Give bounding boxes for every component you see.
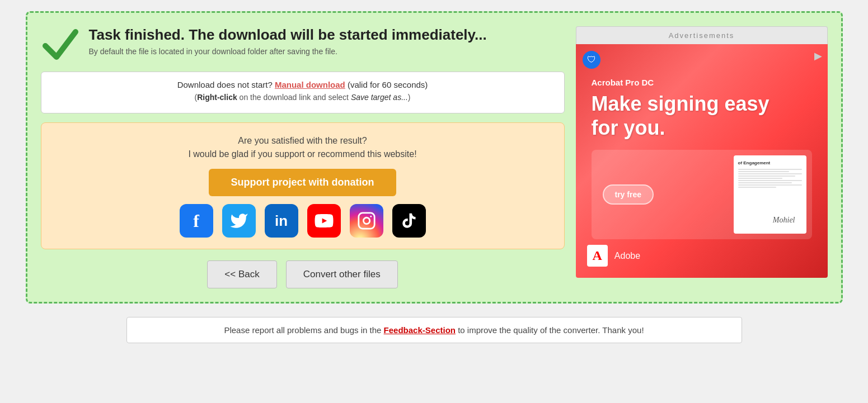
ad-signature: Mohiel	[773, 215, 795, 226]
svg-rect-1	[358, 213, 374, 229]
right-click-note: (Right-click on the download link and se…	[53, 93, 553, 102]
right-click-label: Right-click	[197, 93, 237, 102]
footer-text-after: to improve the quality of the converter.…	[456, 325, 644, 335]
ad-document-inner: of Engagement Mohiel	[734, 155, 806, 234]
action-buttons: << Back Convert other files	[41, 260, 565, 288]
feedback-section-link[interactable]: Feedback-Section	[384, 325, 456, 335]
convert-other-files-button[interactable]: Convert other files	[286, 260, 398, 288]
twitter-icon[interactable]	[222, 204, 256, 238]
save-target-text: Save target as...	[351, 93, 408, 102]
download-prompt: Download does not start? Manual download…	[53, 80, 553, 89]
ad-section: Advertisements 🛡 ▶ Acrobat Pro DC Make s…	[576, 26, 828, 288]
donate-button[interactable]: Support project with donation	[209, 169, 397, 196]
left-section: Task finished. The download will be star…	[41, 26, 565, 288]
ad-document-preview: try free of Engagement	[592, 150, 812, 239]
ad-brand: Acrobat Pro DC Make signing easy for you…	[587, 55, 817, 144]
header-text: Task finished. The download will be star…	[89, 26, 487, 56]
instagram-icon[interactable]	[350, 204, 383, 238]
success-checkmark-icon	[41, 26, 80, 63]
download-box: Download does not start? Manual download…	[41, 72, 565, 113]
ad-header-label: Advertisements	[576, 26, 828, 44]
footer-bar: Please report all problems and bugs in t…	[126, 317, 742, 343]
manual-download-link[interactable]: Manual download	[275, 80, 345, 89]
page-subtitle: By default the file is located in your d…	[89, 47, 487, 56]
back-button[interactable]: << Back	[207, 260, 276, 288]
ad-content: 🛡 ▶ Acrobat Pro DC Make signing easy for…	[576, 44, 828, 278]
social-icons-row: f in	[180, 204, 426, 238]
ad-headline: Make signing easy for you.	[592, 92, 812, 140]
ad-bottom-bar: A Adobe	[587, 245, 817, 267]
valid-text: (valid for 60 seconds)	[348, 80, 428, 89]
page-title: Task finished. The download will be star…	[89, 26, 487, 44]
adobe-label: Adobe	[614, 251, 640, 261]
main-container: Task finished. The download will be star…	[26, 11, 843, 304]
ad-arrow-badge: ▶	[814, 50, 822, 62]
adobe-logo-icon: A	[587, 245, 608, 267]
ad-shield-badge: 🛡	[583, 51, 600, 69]
ad-free-button: try free	[603, 184, 654, 205]
support-box: Are you satisfied with the result? I wou…	[41, 122, 565, 249]
footer-text-before: Please report all problems and bugs in t…	[224, 325, 383, 335]
tiktok-icon[interactable]	[392, 204, 426, 238]
facebook-icon[interactable]: f	[180, 204, 213, 238]
header-row: Task finished. The download will be star…	[41, 26, 565, 63]
linkedin-icon[interactable]: in	[265, 204, 298, 238]
youtube-icon[interactable]	[307, 204, 341, 238]
satisfaction-question: Are you satisfied with the result? I wou…	[188, 134, 416, 161]
